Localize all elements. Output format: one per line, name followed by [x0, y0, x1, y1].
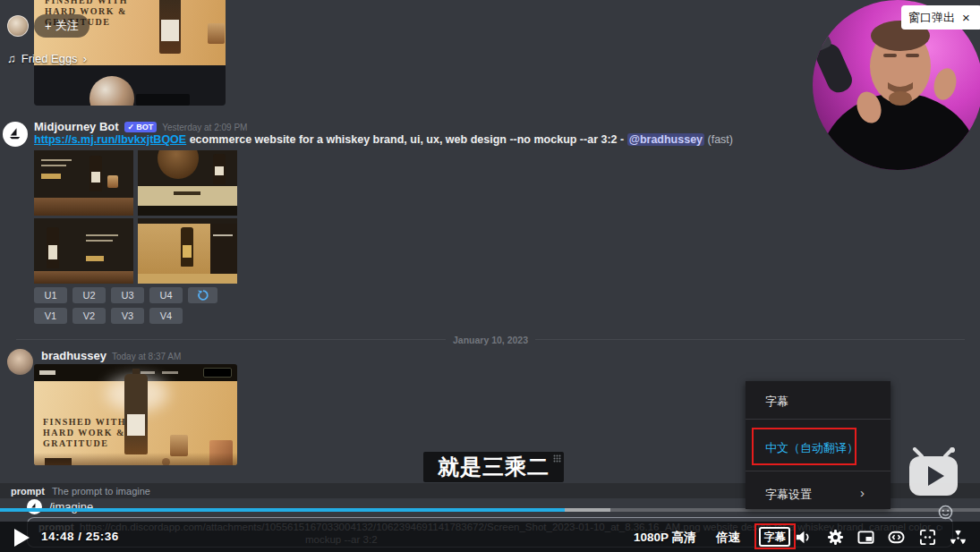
music-tag[interactable]: ♫ Fried Eggs › — [7, 52, 87, 65]
message-author[interactable]: bradhussey — [41, 349, 107, 362]
fast-mode-label: (fast) — [708, 133, 733, 146]
check-icon: ✓ — [128, 123, 135, 132]
time-display: 14:48 / 25:36 — [41, 530, 119, 543]
whiskey-bottle — [159, 0, 181, 54]
video-player: FINSHED WITH HARD WORK & GRATITUDE + 关注 … — [0, 0, 980, 552]
subtitle-text: 就是三乘二 — [438, 453, 550, 481]
hero-text: FINSHED WITH HARD WORK & GRATITUDE — [43, 417, 126, 449]
mini-player-icon[interactable] — [857, 529, 874, 546]
upscale-button-u1[interactable]: U1 — [34, 287, 67, 303]
annotation-box-active-track — [752, 428, 856, 465]
plus-icon: + — [45, 20, 52, 33]
variation-button-v4[interactable]: V4 — [149, 308, 183, 324]
variation-button-v2[interactable]: V2 — [72, 308, 106, 324]
player-controls: 14:48 / 25:36 1080P 高清 倍速 字幕 — [0, 522, 980, 552]
subtitle-drag-handle-icon[interactable] — [553, 454, 561, 463]
website-cta-button — [203, 368, 232, 378]
variation-button-v3[interactable]: V3 — [111, 308, 144, 324]
subtitle-menu-title: 字幕 — [765, 394, 788, 410]
chevron-right-icon: › — [83, 52, 87, 65]
subtitle-settings-item[interactable]: 字幕设置 — [765, 487, 812, 503]
annotation-box-subtitle-button — [754, 523, 796, 549]
quality-button[interactable]: 1080P 高清 — [634, 530, 696, 546]
chevron-right-icon: › — [860, 485, 865, 500]
dark-label — [136, 94, 190, 106]
sailboat-icon — [7, 126, 23, 142]
music-title: Fried Eggs — [21, 52, 78, 65]
extension-trefoil-icon[interactable] — [950, 529, 967, 546]
message-content: https://s.mj.run/IbvkxjtBQOE ecommerce w… — [34, 133, 714, 146]
played-bar — [0, 508, 565, 512]
fullscreen-icon[interactable] — [919, 529, 936, 546]
hint-description: The prompt to imagine — [52, 486, 150, 497]
midjourney-bot-avatar-small — [27, 499, 42, 514]
midjourney-bot-avatar[interactable] — [3, 122, 28, 147]
uploader-avatar[interactable] — [7, 15, 29, 37]
attachment-image-hero[interactable]: FINSHED WITH HARD WORK & GRATITUDE — [34, 364, 237, 465]
upscale-button-u2[interactable]: U2 — [72, 287, 106, 303]
hint-option-name: prompt — [11, 486, 45, 497]
popup-window-button[interactable]: 窗口弹出 × — [901, 5, 980, 30]
close-icon[interactable]: × — [962, 10, 970, 25]
variation-button-v1[interactable]: V1 — [34, 308, 67, 324]
follow-label: 关注 — [55, 18, 79, 34]
grid-image-4[interactable] — [138, 218, 237, 284]
prompt-text: ecommerce website for a whiskey brand, u… — [190, 133, 625, 146]
settings-gear-icon[interactable] — [827, 529, 844, 546]
website-hero: FINSHED WITH HARD WORK & GRATITUDE — [34, 381, 237, 465]
bilibili-tv-icon — [906, 447, 961, 501]
volume-icon[interactable] — [795, 529, 812, 546]
whiskey-bottle — [124, 374, 148, 454]
play-button[interactable] — [14, 529, 30, 547]
reroll-button[interactable] — [188, 287, 217, 303]
prompt-link[interactable]: https://s.mj.run/IbvkxjtBQOE — [34, 133, 186, 146]
message-timestamp: Today at 8:37 AM — [112, 352, 181, 361]
grid-image-3[interactable] — [34, 218, 133, 284]
subtitle-overlay: 就是三乘二 — [423, 452, 564, 482]
whiskey-glass — [208, 23, 225, 44]
website-dark-section — [34, 65, 226, 106]
follow-button[interactable]: + 关注 — [34, 14, 89, 38]
date-divider-label: January 10, 2023 — [446, 335, 535, 345]
upscale-button-u4[interactable]: U4 — [149, 287, 183, 303]
midjourney-image-grid[interactable] — [34, 150, 237, 284]
message-author[interactable]: Midjourney Bot — [34, 120, 119, 133]
dessert-sphere — [89, 76, 134, 106]
upscale-button-u3[interactable]: U3 — [111, 287, 144, 303]
music-icon: ♫ — [7, 52, 16, 65]
grid-image-1[interactable] — [34, 150, 133, 216]
refresh-icon — [197, 289, 209, 301]
bot-badge: ✓BOT — [124, 122, 158, 132]
message-timestamp: Yesterday at 2:09 PM — [162, 123, 247, 132]
wide-screen-icon[interactable] — [888, 529, 905, 546]
popup-label: 窗口弹出 — [908, 10, 955, 26]
bradhussey-avatar[interactable] — [7, 349, 33, 375]
emoji-picker-icon[interactable] — [938, 505, 953, 520]
grid-image-2[interactable] — [138, 150, 237, 216]
user-mention[interactable]: @bradhussey — [627, 133, 704, 146]
date-divider: January 10, 2023 — [16, 335, 965, 344]
speed-button[interactable]: 倍速 — [716, 530, 740, 546]
